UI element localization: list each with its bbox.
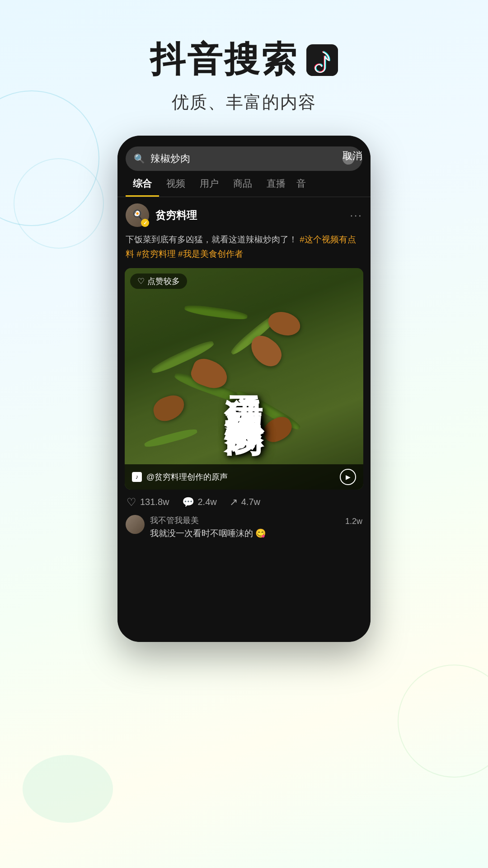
comment-engagement-icon: 💬 [182, 496, 194, 508]
avatar: 🍳 ✓ [126, 203, 149, 227]
tiktok-small-icon: ♪ [132, 472, 142, 482]
tab-商品[interactable]: 商品 [226, 177, 259, 197]
likes-badge-text: 点赞较多 [147, 276, 180, 287]
video-thumbnail[interactable]: 勇猛辣椒炒肉 ♡ 点赞较多 ♪ @贫穷料理创作的原声 ▶ [125, 268, 363, 490]
tab-视频[interactable]: 视频 [159, 177, 192, 197]
shares-count-item[interactable]: ↗ 4.7w [230, 496, 260, 508]
more-options-button[interactable]: ··· [350, 208, 362, 222]
post-card: 🍳 ✓ 贫穷料理 ··· 下饭菜到底有多凶猛，就看这道辣椒炒肉了！ #这个视频有… [117, 197, 371, 546]
verified-badge: ✓ [141, 219, 149, 227]
likes-count: 131.8w [140, 497, 169, 507]
user-header: 🍳 ✓ 贫穷料理 ··· [117, 203, 371, 232]
comment-text: 我就没一次看时不咽唾沫的 😋 [150, 528, 340, 539]
heart-engagement-icon: ♡ [127, 496, 136, 509]
tab-音[interactable]: 音 [293, 177, 310, 197]
audio-text: @贫穷料理创作的原声 [146, 472, 335, 482]
phone-frame: 🔍 辣椒炒肉 × 取消 综合 视频 用户 商品 直播 音 [117, 136, 371, 642]
tab-直播[interactable]: 直播 [259, 177, 293, 197]
main-title: 抖音搜索 [0, 36, 488, 84]
comment-content: 我不管我最美 我就没一次看时不咽唾沫的 😋 [150, 515, 340, 539]
header-section: 抖音搜索 优质、丰富的内容 [0, 0, 488, 132]
tabs-row: 综合 视频 用户 商品 直播 音 [117, 171, 371, 197]
video-text: 勇猛辣椒炒肉 [225, 365, 263, 392]
comments-count: 2.4w [198, 497, 217, 507]
comment-avatar [126, 515, 145, 534]
play-button[interactable]: ▶ [340, 469, 356, 485]
heart-icon: ♡ [137, 276, 145, 286]
comments-count-item[interactable]: 💬 2.4w [182, 496, 217, 508]
search-icon: 🔍 [134, 153, 145, 164]
likes-count-item[interactable]: ♡ 131.8w [127, 496, 169, 509]
likes-badge: ♡ 点赞较多 [130, 274, 187, 289]
comment-count: 1.2w [345, 517, 362, 526]
phone-inner: 🔍 辣椒炒肉 × 取消 综合 视频 用户 商品 直播 音 [117, 136, 371, 642]
search-query[interactable]: 辣椒炒肉 [150, 152, 337, 165]
phone-mockup: 🔍 辣椒炒肉 × 取消 综合 视频 用户 商品 直播 音 [117, 136, 371, 836]
shares-count: 4.7w [241, 497, 260, 507]
audio-bar: ♪ @贫穷料理创作的原声 ▶ [125, 464, 363, 490]
video-overlay-text: 勇猛辣椒炒肉 [225, 365, 263, 392]
comment-username: 我不管我最美 [150, 515, 340, 526]
comment-preview: 我不管我最美 我就没一次看时不咽唾沫的 😋 1.2w [117, 515, 371, 539]
post-desc-text: 下饭菜到底有多凶猛，就看这道辣椒炒肉了！ [126, 235, 297, 244]
subtitle: 优质、丰富的内容 [0, 91, 488, 114]
tab-综合[interactable]: 综合 [126, 177, 159, 197]
post-description: 下饭菜到底有多凶猛，就看这道辣椒炒肉了！ #这个视频有点料 #贫穷料理 #我是美… [117, 232, 371, 268]
post-username[interactable]: 贫穷料理 [155, 208, 343, 222]
app-title-text: 抖音搜索 [150, 36, 298, 84]
share-engagement-icon: ↗ [230, 496, 238, 508]
engagement-row: ♡ 131.8w 💬 2.4w ↗ 4.7w [117, 490, 371, 515]
search-cancel-button[interactable]: 取消 [343, 149, 362, 163]
tab-用户[interactable]: 用户 [192, 177, 226, 197]
tiktok-logo-icon [306, 44, 338, 76]
